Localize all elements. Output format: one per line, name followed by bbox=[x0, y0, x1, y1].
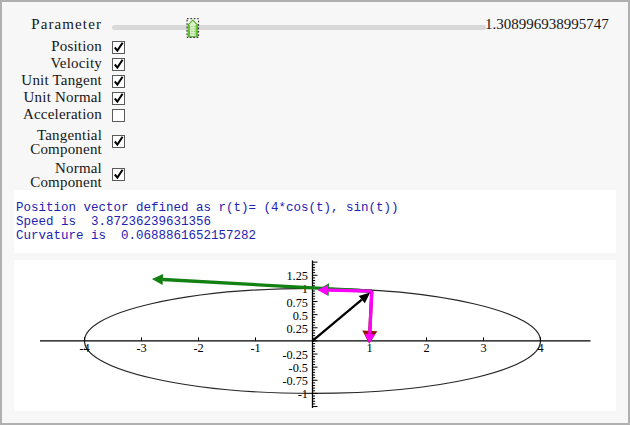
svg-text:0.75: 0.75 bbox=[286, 296, 308, 310]
svg-text:-1: -1 bbox=[298, 387, 308, 401]
svg-text:-0.75: -0.75 bbox=[282, 374, 308, 388]
svg-text:3: 3 bbox=[480, 341, 486, 355]
svg-text:-2: -2 bbox=[193, 341, 203, 355]
svg-text:0.25: 0.25 bbox=[286, 322, 308, 336]
svg-text:2: 2 bbox=[423, 341, 429, 355]
svg-text:1.25: 1.25 bbox=[286, 269, 308, 283]
svg-text:-3: -3 bbox=[136, 341, 146, 355]
svg-text:4: 4 bbox=[537, 341, 543, 355]
svg-text:-0.25: -0.25 bbox=[282, 348, 308, 362]
svg-text:-0.5: -0.5 bbox=[289, 361, 308, 375]
svg-text:0.5: 0.5 bbox=[293, 309, 308, 323]
svg-text:-1: -1 bbox=[250, 341, 260, 355]
svg-text:1: 1 bbox=[302, 282, 308, 296]
svg-text:-4: -4 bbox=[79, 341, 89, 355]
